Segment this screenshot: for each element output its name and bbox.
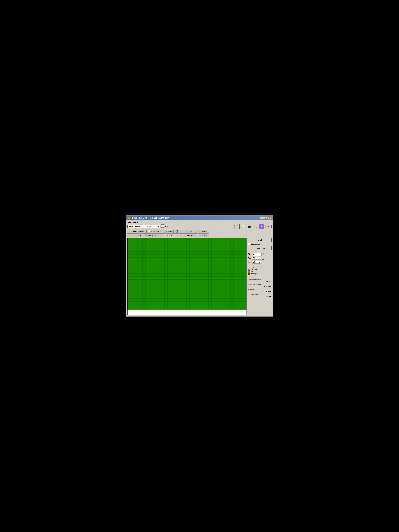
- end-input-row: End ▲ ▼: [248, 257, 272, 260]
- scanning-speed-label: Scanning speed: [248, 284, 272, 285]
- tab-error-scan[interactable]: 🔍 Error Scan: [164, 233, 180, 237]
- start-spinner: ▲ ▼: [262, 253, 265, 256]
- tab-benchmark[interactable]: 💡 Benchmark: [127, 233, 143, 237]
- start-button[interactable]: Start: [248, 238, 272, 242]
- divider-1: [248, 251, 272, 252]
- tab-folder-usage[interactable]: 📁 Folder Usage: [180, 233, 197, 237]
- toolbar: HDS728080PLA380 (79 gB) – °C 📋 📊 📷 🐛 ⬇ E…: [127, 223, 272, 229]
- scan-grid: [127, 238, 247, 310]
- legend-ok-swatch: [248, 271, 250, 273]
- start-input-label: Start: [248, 253, 252, 255]
- position-label: Position: [248, 289, 272, 291]
- divider-2: [248, 265, 272, 265]
- title-bar-left: HD Tune Pro 5.70 – Hard Disk/SSD Utility: [127, 217, 169, 219]
- legend-block-label: = 30 MB: [251, 269, 257, 271]
- speed-map-button[interactable]: Speed map: [248, 246, 272, 250]
- start-input-row: Start ▲ ▼: [248, 253, 272, 256]
- tab-random-access[interactable]: 🔲 Random Access: [174, 230, 193, 233]
- title-bar: HD Tune Pro 5.70 – Hard Disk/SSD Utility…: [127, 216, 272, 220]
- close-button[interactable]: ✕: [268, 216, 272, 219]
- legend-title: Legend: [248, 266, 272, 268]
- tab-aam-label: AAM: [168, 231, 172, 233]
- menu-bar: File Help: [127, 220, 272, 223]
- maximize-button[interactable]: □: [264, 216, 268, 219]
- end-spin-up[interactable]: ▲: [262, 257, 264, 258]
- unit-row: Unit gB MB LBA: [248, 261, 272, 264]
- tab-folder-usage-label: Folder Usage: [185, 234, 196, 236]
- tab-benchmark-label: Benchmark: [132, 234, 141, 236]
- legend-block-item: = 30 MB: [248, 269, 272, 271]
- end-input[interactable]: [252, 257, 261, 260]
- minimize-button[interactable]: ─: [260, 216, 264, 219]
- toolbar-copy-button[interactable]: 📋: [234, 224, 240, 229]
- tab-extra-tests-label: Extra tests: [198, 231, 207, 233]
- tab-file-benchmark-label: File Benchmark: [132, 231, 144, 233]
- tab-health[interactable]: ✚ Health: [153, 233, 164, 237]
- start-spin-up[interactable]: ▲: [262, 253, 265, 254]
- legend-block-swatch: [248, 269, 250, 271]
- disk-monitor-icon: 📊: [148, 230, 151, 233]
- legend-damaged-label: Damaged: [251, 273, 258, 275]
- random-access-icon: 🔲: [176, 230, 178, 233]
- tab-aam[interactable]: 🔊 AAM: [163, 230, 174, 233]
- end-spinner: ▲ ▼: [262, 257, 264, 260]
- info-icon: ℹ️: [145, 234, 147, 236]
- tab-random-access-label: Random Access: [179, 231, 191, 233]
- legend-section: Legend = 30 MB Ok Damaged: [248, 266, 272, 275]
- quick-scan-checkbox[interactable]: [248, 243, 250, 245]
- main-window: HD Tune Pro 5.70 – Hard Disk/SSD Utility…: [126, 215, 273, 317]
- tab-file-benchmark[interactable]: 💡 File Benchmark: [127, 230, 146, 233]
- drive-select[interactable]: HDS728080PLA380 (79 gB): [127, 225, 160, 228]
- exit-button[interactable]: Exit: [265, 225, 272, 228]
- menu-file[interactable]: File: [127, 220, 131, 223]
- health-icon: ✚: [155, 234, 156, 236]
- toolbar-download-button[interactable]: ⬇: [259, 224, 264, 229]
- quick-scan-label: Quick scan: [251, 243, 260, 245]
- position-value: 79 gB: [248, 291, 271, 293]
- quick-scan-row: Quick scan: [248, 243, 272, 245]
- tabs-row2: 💡 Benchmark ℹ️ Info ✚ Health 🔍 Error Sca…: [127, 233, 272, 237]
- tab-extra-tests[interactable]: 📋 Extra tests: [194, 230, 209, 233]
- download-icon: ⬇: [261, 225, 263, 228]
- erase-icon: 🗑️: [200, 234, 202, 236]
- damaged-blocks-label: Damaged blocks: [248, 279, 272, 280]
- tab-info-label: Info: [148, 234, 151, 236]
- minimize-icon: ─: [261, 217, 262, 219]
- extra-tests-icon: 📋: [196, 230, 198, 233]
- tab-disk-monitor-label: Disk monitor: [151, 231, 161, 233]
- aam-icon: 🔊: [165, 230, 167, 233]
- end-spin-down[interactable]: ▼: [262, 258, 264, 260]
- elapsed-time-label: Elapsed time: [248, 294, 272, 296]
- error-scan-icon: 🔍: [166, 234, 168, 236]
- start-input[interactable]: [253, 253, 262, 256]
- tab-health-label: Health: [157, 234, 162, 236]
- content-area: Start Quick scan Speed map Start ▲ ▼ End: [127, 237, 272, 316]
- elapsed-time-value: 27:24: [248, 296, 271, 298]
- legend-damaged-swatch: [248, 273, 250, 275]
- tab-disk-monitor[interactable]: 📊 Disk monitor: [146, 230, 163, 233]
- tabs-row1: 💡 File Benchmark 📊 Disk monitor 🔊 AAM 🔲 …: [127, 229, 272, 233]
- maximize-icon: □: [265, 217, 266, 219]
- start-spin-down[interactable]: ▼: [262, 254, 265, 256]
- file-benchmark-icon: 💡: [129, 230, 131, 233]
- menu-help[interactable]: Help: [133, 220, 138, 223]
- tab-erase-label: Erase: [203, 234, 207, 236]
- toolbar-compare-button[interactable]: 📊: [241, 224, 246, 229]
- temp-unit: °C: [166, 225, 169, 228]
- window-title: HD Tune Pro 5.70 – Hard Disk/SSD Utility: [131, 217, 169, 219]
- toolbar-bug-button[interactable]: 🐛: [253, 224, 258, 229]
- stats-section: Damaged blocks 0.0 % Scanning speed 31.8…: [248, 278, 272, 298]
- temp-separator: –: [165, 225, 166, 228]
- legend-damaged-item: Damaged: [248, 273, 272, 275]
- unit-select[interactable]: gB MB LBA: [252, 261, 261, 264]
- tab-info[interactable]: ℹ️ Info: [143, 233, 152, 237]
- temperature-icon: [161, 224, 164, 228]
- folder-usage-icon: 📁: [182, 234, 184, 236]
- right-panel: Start Quick scan Speed map Start ▲ ▼ End: [248, 238, 272, 315]
- camera-icon: 📷: [248, 225, 251, 228]
- title-controls: ─ □ ✕: [260, 216, 272, 219]
- toolbar-camera-button[interactable]: 📷: [247, 224, 252, 229]
- copy-icon: 📋: [235, 225, 238, 228]
- tab-erase[interactable]: 🗑️ Erase: [198, 233, 209, 237]
- end-input-label: End: [248, 257, 251, 259]
